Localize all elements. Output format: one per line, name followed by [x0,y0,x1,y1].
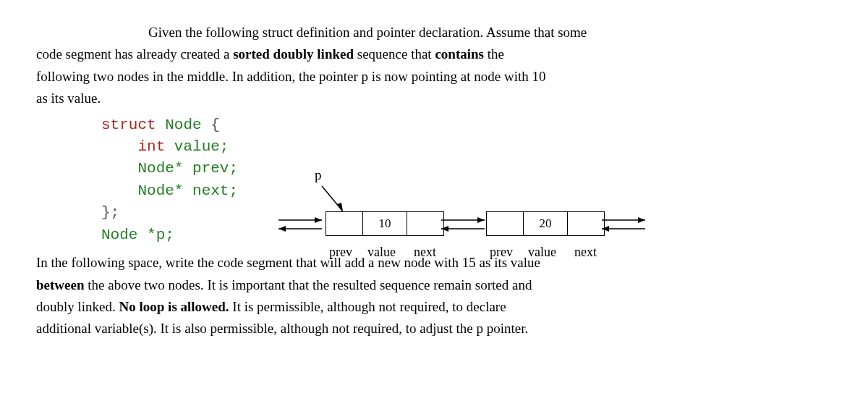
type-node-ptr: Node* [137,160,183,177]
node-20-value-cell: 20 [523,211,568,236]
svg-marker-3 [315,217,322,223]
ptr-p: *p; [147,227,174,243]
open-brace: { [210,117,220,133]
linked-list-diagram: p 10 prev value next 2 [297,161,716,284]
ext-arrows-right [602,211,652,247]
svg-marker-13 [602,226,609,232]
type-node: Node [165,117,201,133]
link-arrows-1-2 [441,211,492,247]
question-paragraph-1: Given the following struct definition an… [36,22,745,110]
node-10-value-cell: 10 [362,211,407,236]
type-node-ptr2: Node* [137,182,183,199]
svg-line-0 [322,186,343,211]
field-prev: prev; [192,160,238,177]
svg-marker-5 [278,226,286,232]
node-20-prev-cell [486,211,524,236]
svg-marker-1 [337,203,343,211]
node-10-next-cell [407,211,444,236]
close-brace: }; [101,204,119,221]
keyword-struct: struct [101,117,156,133]
svg-marker-11 [638,217,645,223]
para2-noloop-bold: No loop is allowed. [119,299,229,314]
label-value-2: value [528,242,556,263]
para1-line3: following two nodes in the middle. In ad… [36,66,745,88]
label-next-2: next [574,242,597,263]
keyword-int: int [137,138,165,155]
code-line-1: struct Node { [101,114,832,136]
para1-line1: Given the following struct definition an… [36,22,745,43]
para1-line4: as its value. [36,88,745,109]
label-next-1: next [414,242,436,263]
para2-between-bold: between [36,277,84,292]
field-next: next; [192,182,238,199]
svg-marker-9 [441,226,448,232]
label-value-1: value [367,242,396,263]
label-prev-2: prev [490,242,513,263]
label-prev-1: prev [329,242,352,263]
para1-line2: code segment has already created a sorte… [36,43,745,65]
field-value: value; [174,138,229,155]
code-line-2: int value; [101,136,832,158]
node-10-prev-cell [326,211,363,236]
node-20-next-cell [567,211,605,236]
type-node2: Node [101,227,137,243]
ext-arrows-left [278,211,329,247]
para2-line4: additional variable(s). It is also permi… [36,318,745,340]
svg-marker-7 [477,217,485,223]
para2-line3: doubly linked. No loop is allowed. It is… [36,296,745,318]
